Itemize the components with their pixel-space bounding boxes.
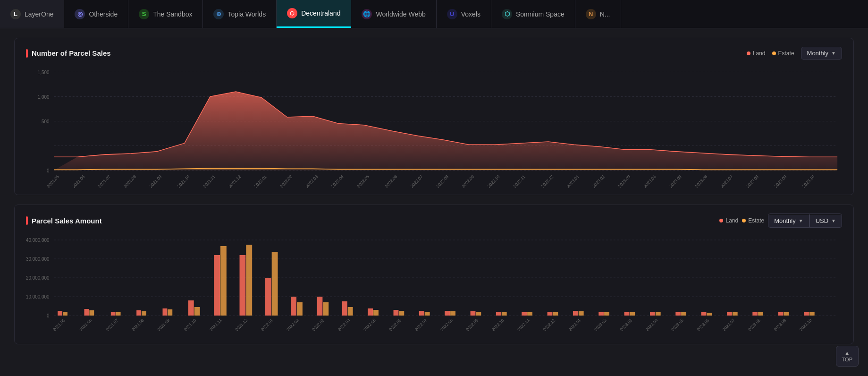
tab-topia[interactable]: ⊕ Topia Worlds: [203, 0, 277, 28]
svg-rect-97: [675, 312, 681, 316]
svg-rect-107: [804, 312, 809, 316]
svg-text:2023.04: 2023.04: [643, 174, 657, 189]
svg-text:2022.02: 2022.02: [279, 174, 293, 189]
layerone-icon: L: [10, 9, 21, 19]
svg-rect-69: [317, 297, 323, 316]
tab-voxels-label: Voxels: [461, 10, 480, 18]
chevron-down-icon-3: ▼: [831, 218, 836, 223]
svg-rect-51: [84, 309, 89, 316]
svg-text:2023.02: 2023.02: [593, 318, 607, 332]
svg-text:2022.02: 2022.02: [286, 318, 300, 332]
chevron-down-icon-2: ▼: [799, 218, 803, 223]
chart2-panel: Parcel Sales Amount Land Estate Monthly …: [14, 205, 854, 344]
estate-dot-2: [742, 219, 746, 222]
top-button[interactable]: ▲ TOP: [836, 346, 859, 367]
svg-rect-59: [188, 300, 194, 316]
svg-rect-105: [778, 312, 784, 316]
estate-dot: [772, 51, 776, 55]
svg-text:2023.06: 2023.06: [696, 318, 710, 332]
tab-worldwide[interactable]: 🌐 Worldwide Webb: [351, 0, 436, 28]
svg-text:2022.09: 2022.09: [465, 318, 480, 332]
nav-tabs: L LayerOne ◎ Otherside S The Sandbox ⊕ T…: [0, 0, 868, 28]
svg-text:2022.06: 2022.06: [388, 318, 402, 332]
tab-layerone-label: LayerOne: [25, 10, 53, 18]
svg-text:2021.05: 2021.05: [52, 318, 66, 332]
svg-text:2021.09: 2021.09: [149, 174, 163, 189]
svg-rect-61: [214, 255, 220, 316]
svg-rect-56: [142, 311, 146, 316]
svg-text:2021.12: 2021.12: [234, 318, 248, 332]
tab-n[interactable]: N N...: [575, 0, 621, 28]
svg-text:2021.08: 2021.08: [123, 174, 137, 189]
chart1-area: 1,500 1,000 500 0: [26, 67, 842, 190]
n-icon: N: [586, 9, 596, 19]
svg-rect-85: [522, 312, 527, 316]
tab-layerone[interactable]: L LayerOne: [0, 0, 64, 28]
svg-text:2022.12: 2022.12: [542, 318, 556, 332]
svg-rect-104: [758, 312, 763, 316]
svg-text:40,000,000: 40,000,000: [26, 238, 50, 243]
svg-rect-55: [136, 310, 141, 316]
svg-rect-72: [348, 307, 353, 316]
chevron-down-icon: ▼: [831, 51, 836, 56]
topia-icon: ⊕: [213, 9, 224, 19]
tab-somnium[interactable]: ⬡ Somnium Space: [491, 0, 575, 28]
worldwide-icon: 🌐: [362, 9, 372, 19]
chart1-svg: 1,500 1,000 500 0: [26, 67, 842, 190]
svg-text:2021.11: 2021.11: [202, 174, 216, 189]
top-button-label: TOP: [842, 357, 852, 362]
svg-rect-58: [168, 309, 172, 316]
chart1-legend-estate: Estate: [772, 50, 794, 57]
svg-text:10,000,000: 10,000,000: [26, 294, 50, 299]
svg-rect-57: [162, 308, 167, 316]
svg-text:2023.05: 2023.05: [668, 174, 683, 189]
svg-text:2022.05: 2022.05: [356, 174, 370, 189]
tab-otherside[interactable]: ◎ Otherside: [64, 0, 128, 28]
svg-text:2023.10: 2023.10: [799, 318, 813, 332]
svg-text:2023.03: 2023.03: [617, 174, 632, 189]
svg-rect-88: [553, 312, 558, 316]
chart1-legend-land: Land: [747, 50, 766, 57]
svg-text:0: 0: [47, 313, 50, 318]
svg-text:2022.06: 2022.06: [384, 174, 398, 189]
svg-text:2023.07: 2023.07: [720, 174, 734, 189]
voxels-icon: U: [447, 9, 457, 19]
svg-rect-87: [548, 312, 553, 316]
svg-text:2022.09: 2022.09: [461, 174, 475, 189]
land-dot-2: [719, 219, 723, 222]
svg-rect-64: [246, 245, 252, 316]
svg-text:2021.06: 2021.06: [78, 318, 93, 332]
chart2-monthly-dropdown[interactable]: Monthly ▼: [768, 215, 809, 227]
svg-text:2022.01: 2022.01: [260, 318, 274, 332]
svg-rect-92: [604, 312, 609, 316]
svg-rect-103: [752, 312, 758, 316]
tab-sandbox[interactable]: S The Sandbox: [128, 0, 203, 28]
svg-text:2022.11: 2022.11: [512, 174, 526, 189]
svg-text:2021.08: 2021.08: [131, 318, 145, 332]
svg-text:2022.07: 2022.07: [410, 174, 424, 189]
land-dot: [747, 51, 750, 55]
svg-text:2023.02: 2023.02: [591, 174, 606, 189]
svg-rect-108: [809, 312, 815, 316]
chart1-controls: Land Estate Monthly ▼: [747, 47, 842, 60]
svg-rect-53: [111, 312, 116, 316]
svg-text:20,000,000: 20,000,000: [26, 275, 50, 281]
svg-text:2021.09: 2021.09: [156, 318, 170, 332]
top-arrow-icon: ▲: [844, 350, 850, 356]
svg-text:30,000,000: 30,000,000: [26, 256, 50, 262]
svg-text:1,500: 1,500: [38, 69, 50, 75]
svg-rect-82: [476, 312, 481, 316]
chart2-legend-land: Land: [719, 217, 738, 224]
svg-rect-93: [624, 312, 630, 316]
tab-decentraland[interactable]: ⬡ Decentraland: [277, 0, 351, 28]
svg-text:2023.06: 2023.06: [694, 174, 708, 189]
svg-rect-54: [116, 312, 121, 316]
chart1-monthly-dropdown[interactable]: Monthly ▼: [801, 47, 842, 60]
tab-voxels[interactable]: U Voxels: [437, 0, 491, 28]
chart1-header: Number of Parcel Sales Land Estate Month…: [26, 47, 842, 60]
tab-sandbox-label: The Sandbox: [153, 10, 192, 18]
svg-text:2021.12: 2021.12: [228, 174, 242, 189]
chart2-land-label: Land: [725, 217, 738, 224]
svg-text:2023.09: 2023.09: [774, 174, 788, 189]
chart2-usd-dropdown[interactable]: USD ▼: [810, 215, 842, 227]
